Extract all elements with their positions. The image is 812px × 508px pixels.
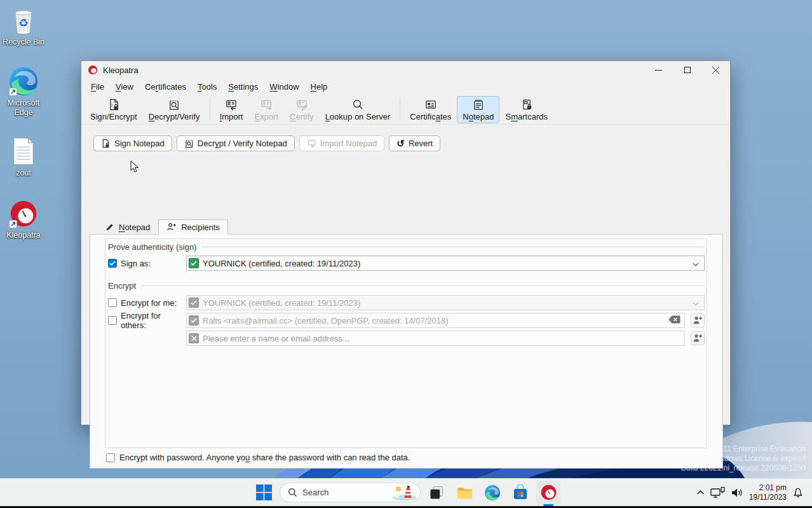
title-bar[interactable]: Kleopatra [81, 61, 730, 79]
add-recipient-button[interactable] [691, 331, 705, 345]
task-view-icon [428, 484, 445, 501]
minimize-button[interactable] [644, 61, 673, 79]
menu-window[interactable]: Window [264, 80, 304, 93]
kleopatra-taskbar-button[interactable] [536, 481, 560, 505]
pencil-icon [105, 223, 114, 231]
decrypt-verify-notepad-button[interactable]: Decrypt / Verify Notepad [177, 135, 295, 151]
toolbar-separator [210, 98, 210, 121]
sign-notepad-button[interactable]: Sign Notepad [93, 135, 172, 151]
menu-certificates[interactable]: Certificates [139, 80, 192, 93]
taskbar-clock[interactable]: 2:01 pm 19/11/2023 [749, 483, 787, 502]
toolbar-label: Sign/Encrypt [90, 112, 137, 121]
desktop-icon-kleopatra[interactable]: Kleopatra [0, 198, 47, 240]
recipients-panel: Prove authenticity (sign) Sign as: YOURN… [90, 234, 723, 469]
desktop-icon-edge[interactable]: Microsoft Edge [0, 66, 47, 118]
group-rule [141, 285, 705, 286]
close-button[interactable] [701, 61, 730, 79]
toolbar-label: Certify [290, 112, 314, 121]
certified-check-icon [189, 258, 199, 268]
network-icon[interactable] [710, 486, 725, 498]
toolbar: Sign/Encrypt Decrypt/Verify Import [81, 95, 730, 125]
hidden-icons-chevron[interactable] [696, 490, 705, 495]
sign-encrypt-icon [107, 98, 121, 111]
clock-time: 2:01 pm [749, 483, 787, 493]
text-document-icon [8, 136, 39, 167]
kleopatra-window: Kleopatra File View Certificates Tools S… [81, 60, 731, 425]
notifications-bell-icon[interactable] [792, 486, 804, 498]
notepad-workarea: Sign Notepad Decrypt / Verify Notepad Im… [81, 125, 730, 425]
certificates-icon [424, 98, 438, 111]
desktop-icon-zout[interactable]: zout [0, 136, 47, 178]
button-label: Decrypt / Verify Notepad [198, 139, 287, 148]
taskbar: Search [0, 478, 812, 506]
menu-bar: File View Certificates Tools Settings Wi… [81, 79, 730, 95]
add-recipient-button[interactable] [691, 313, 705, 327]
menu-tools[interactable]: Tools [192, 80, 222, 93]
encrypt-for-me-row: Encrypt for me: YOURNICK (certified, cre… [108, 295, 705, 310]
toolbar-label: Notepad [463, 112, 494, 121]
task-view-button[interactable] [424, 481, 449, 505]
encrypt-for-others-row: Encrypt for others: Ralts <ralts@airmail… [108, 313, 705, 328]
edge-icon [484, 484, 501, 501]
toolbar-decrypt-verify[interactable]: Decrypt/Verify [143, 96, 206, 123]
recipient-field: Ralts <ralts@airmail.cc> (certified, Ope… [186, 313, 685, 328]
encrypt-for-me-checkbox[interactable] [108, 298, 117, 307]
volume-icon[interactable] [731, 488, 743, 498]
recycle-bin-icon: ♻ [8, 5, 39, 36]
svg-text:♻: ♻ [18, 17, 29, 29]
toolbar-sign-encrypt[interactable]: Sign/Encrypt [85, 96, 143, 123]
kleopatra-icon [8, 198, 39, 229]
tab-label: Recipients [181, 223, 220, 232]
encrypt-password-label: Encrypt with password. Anyone you share … [119, 453, 410, 462]
sign-as-checkbox[interactable] [108, 259, 117, 268]
menu-help[interactable]: Help [305, 80, 334, 93]
revert-button[interactable]: ↺ Revert [389, 135, 440, 151]
mouse-cursor [130, 160, 139, 174]
search-input[interactable]: Search [280, 483, 421, 502]
clear-field-icon[interactable] [668, 315, 680, 326]
search-server-icon [351, 98, 365, 111]
toolbar-export: Export [248, 96, 284, 123]
toolbar-label: Export [254, 112, 278, 121]
toolbar-lookup-on-server[interactable]: Lookup on Server [320, 96, 396, 123]
button-label: Revert [409, 139, 433, 148]
import-certificate-icon [224, 98, 238, 111]
new-recipient-input[interactable]: Please enter a name or email address... [186, 331, 685, 346]
desktop-icon-recycle-bin[interactable]: ♻ Recycle Bin [0, 5, 47, 47]
search-highlight-image[interactable] [391, 484, 418, 501]
file-explorer-button[interactable] [452, 481, 477, 505]
menu-file[interactable]: File [85, 80, 110, 93]
encrypt-group-heading: Encrypt [108, 280, 705, 291]
toolbar-certificates[interactable]: Certificates [404, 96, 457, 123]
start-button[interactable] [252, 481, 276, 505]
desktop: Windows 11 Enterprise Evaluation Windows… [0, 0, 812, 478]
group-title: Encrypt [108, 281, 136, 291]
toolbar-smartcards[interactable]: Smartcards [499, 96, 553, 123]
notepad-actions: Sign Notepad Decrypt / Verify Notepad Im… [93, 135, 440, 151]
sign-notepad-icon [101, 139, 111, 148]
tab-label: Notepad [119, 223, 150, 232]
encrypt-for-others-checkbox[interactable] [108, 316, 117, 325]
menu-view[interactable]: View [110, 80, 139, 93]
microsoft-store-icon [512, 484, 529, 501]
toolbar-certify: Certify [284, 96, 320, 123]
toolbar-separator [400, 98, 400, 121]
sign-as-combobox[interactable]: YOURNICK (certified, created: 19/11/2023… [186, 256, 705, 271]
group-title: Prove authenticity (sign) [108, 242, 196, 252]
toolbar-notepad[interactable]: Notepad [457, 96, 499, 123]
decrypt-verify-notepad-icon [184, 139, 194, 148]
tab-recipients[interactable]: Recipients [158, 219, 228, 235]
encrypt-password-checkbox[interactable] [106, 453, 115, 462]
edge-button[interactable] [480, 481, 504, 505]
toolbar-import[interactable]: Import [214, 96, 249, 123]
toolbar-label: Import [220, 112, 243, 121]
toolbar-label: Certificates [410, 112, 451, 121]
menu-settings[interactable]: Settings [222, 80, 264, 93]
tab-notepad[interactable]: Notepad [97, 219, 158, 235]
encrypt-for-me-label: Encrypt for me: [121, 298, 177, 308]
maximize-button[interactable] [673, 61, 701, 79]
microsoft-store-button[interactable] [508, 481, 532, 505]
certify-icon [295, 98, 309, 111]
toolbar-label: Lookup on Server [325, 112, 391, 121]
decrypt-verify-icon [167, 98, 181, 111]
